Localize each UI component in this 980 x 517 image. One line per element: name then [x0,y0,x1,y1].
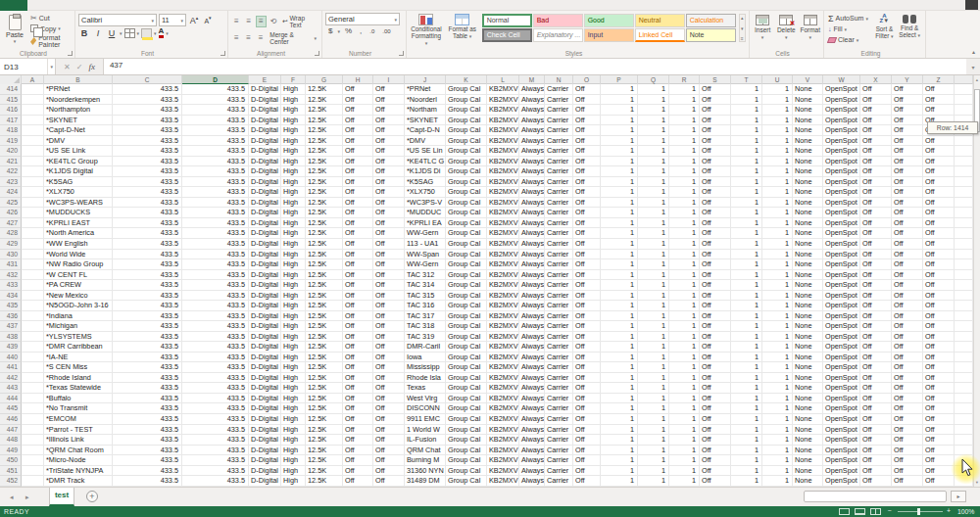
cell[interactable]: Always [519,105,545,116]
cell[interactable]: *KE4TLC Group [44,157,113,167]
cell[interactable]: 1 [669,362,700,373]
percent-button[interactable]: % [342,26,355,35]
row-number[interactable]: 440 [0,352,22,363]
cell[interactable]: 1 [638,105,669,116]
cell[interactable]: 1 [669,250,700,260]
cell[interactable]: *Texas Statewide [44,383,113,394]
cell[interactable]: Off [892,332,923,343]
cell[interactable]: 1 [638,383,669,394]
cell[interactable]: Off [573,414,601,425]
cell[interactable] [955,291,973,302]
cell[interactable]: QRM Chat [405,446,446,456]
zoom-slider-track[interactable] [898,511,943,512]
row-number[interactable]: 425 [0,198,22,209]
cell[interactable]: 1 [669,291,700,302]
cell[interactable]: Off [700,383,731,394]
cell[interactable]: *XLX750 [405,187,446,198]
cell[interactable]: OpenSpot [823,218,860,229]
font-color-icon[interactable]: A [159,27,165,38]
cell[interactable]: 1 [762,352,793,363]
cell[interactable]: 1 [669,383,700,394]
cell[interactable] [22,476,44,487]
cell[interactable]: Off [343,301,373,311]
cell[interactable]: Always [519,383,545,394]
cell[interactable]: Off [923,198,955,209]
cell[interactable]: Off [892,291,923,302]
cell[interactable]: Off [892,136,923,147]
cell[interactable]: Carrier [545,177,573,188]
cell[interactable]: *Indiana [44,311,113,322]
cell[interactable]: Carrier [545,280,573,291]
cell[interactable]: KB2MXV - [487,208,519,218]
cell[interactable]: Group Cal [446,403,487,414]
clear-button[interactable]: Clear▾ [827,34,872,45]
cell[interactable]: OpenSpot [823,187,860,198]
gallery-down-icon[interactable]: ▾ [740,25,745,31]
cell[interactable]: 1 [601,476,638,487]
cell[interactable]: 433.5 [182,105,249,116]
cell[interactable]: Off [373,373,405,384]
cell[interactable]: Off [892,95,923,106]
cell[interactable]: Off [700,301,731,311]
cell[interactable]: KB2MXV - [487,466,519,477]
insert-button[interactable]: Insert▾ [753,13,772,40]
cell[interactable]: Off [923,166,955,177]
cell[interactable]: 12.5K [306,403,343,414]
cell[interactable]: 433.5 [182,95,249,106]
cell[interactable]: OpenSpot [823,455,860,466]
cell[interactable]: Off [923,280,955,291]
cell[interactable] [955,259,973,270]
cell[interactable]: Off [573,95,601,106]
expand-formula-bar-icon[interactable]: ▾ [966,59,980,74]
cell[interactable]: 12.5K [306,250,343,260]
enter-icon[interactable]: ✓ [76,63,83,71]
cell[interactable]: Off [860,446,892,456]
cell[interactable]: 1 [669,280,700,291]
style-input[interactable]: Input [584,28,634,42]
delete-button[interactable]: Delete▾ [776,13,796,40]
cell[interactable]: None [793,332,823,343]
cell[interactable]: 1 [731,239,762,250]
cell[interactable]: 12.5K [306,321,343,332]
cell[interactable]: Off [860,332,892,343]
cell[interactable]: None [793,105,823,116]
cell[interactable]: Off [892,228,923,239]
cell[interactable]: 12.5K [306,394,343,404]
cell[interactable]: Off [573,476,601,487]
cell[interactable]: High [281,403,306,414]
cell[interactable]: None [793,125,823,136]
cell[interactable]: 433.5 [113,332,182,343]
cell[interactable]: Always [519,394,545,404]
cell[interactable] [955,352,973,363]
cell[interactable]: 433.5 [113,435,182,446]
cell[interactable]: Off [343,208,373,218]
cell[interactable]: 12.5K [306,311,343,322]
cell[interactable]: 1 [601,435,638,446]
column-header-B[interactable]: B [44,75,113,84]
cell[interactable]: 1 [601,250,638,260]
cell[interactable]: KB2MXV - [487,311,519,322]
cell[interactable]: *WC3PS-V [405,198,446,209]
cell[interactable]: Off [373,270,405,281]
style-check-cell[interactable]: Check Cell [482,28,532,42]
cell[interactable]: Off [892,476,923,487]
cell[interactable]: KB2MXV - [487,116,519,126]
formula-input[interactable]: 437 [104,59,966,74]
cell[interactable]: Always [519,125,545,136]
cell[interactable]: 1 [669,239,700,250]
cell[interactable]: KB2MXV - [487,321,519,332]
row-number[interactable]: 420 [0,146,22,157]
cell[interactable]: 12.5K [306,166,343,177]
cell[interactable]: Off [343,116,373,126]
cell[interactable] [955,373,973,384]
cell[interactable]: Off [573,362,601,373]
cell[interactable]: 1 [669,218,700,229]
cell[interactable]: Off [373,332,405,343]
clipboard-dialog-launcher[interactable] [68,51,73,56]
cell[interactable]: Off [343,332,373,343]
cell[interactable]: Always [519,425,545,436]
cell[interactable]: 12.5K [306,383,343,394]
cell[interactable]: Off [343,373,373,384]
cell[interactable]: 12.5K [306,342,343,352]
cell[interactable]: Off [343,157,373,167]
